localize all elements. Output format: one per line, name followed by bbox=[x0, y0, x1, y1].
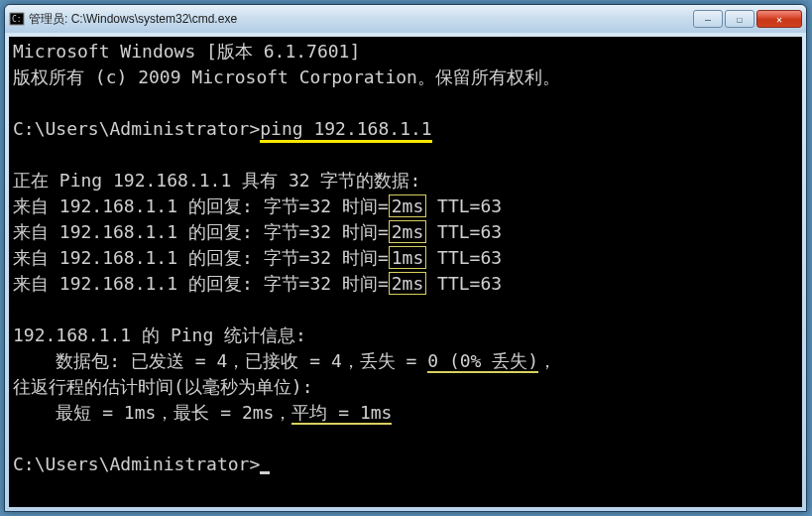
packets-line-prefix: 数据包: 已发送 = 4，已接收 = 4，丢失 = bbox=[13, 350, 427, 371]
minimize-button[interactable]: — bbox=[693, 10, 723, 28]
ping-reply: 来自 192.168.1.1 的回复: 字节=32 时间= bbox=[13, 221, 389, 242]
ping-ttl: TTL=63 bbox=[426, 195, 502, 216]
ping-header: 正在 Ping 192.168.1.1 具有 32 字节的数据: bbox=[13, 170, 420, 191]
os-version-line: Microsoft Windows [版本 6.1.7601] bbox=[13, 41, 360, 62]
copyright-line: 版权所有 (c) 2009 Microsoft Corporation。保留所有… bbox=[13, 66, 560, 87]
ping-time: 2ms bbox=[389, 220, 427, 243]
titlebar[interactable]: C: 管理员: C:\Windows\system32\cmd.exe — ☐ … bbox=[5, 5, 806, 33]
prompt-path: C:\Users\Administrator> bbox=[13, 453, 260, 474]
rtt-average: 平均 = 1ms bbox=[291, 402, 392, 425]
svg-text:C:: C: bbox=[12, 15, 22, 24]
cursor bbox=[260, 471, 270, 474]
ping-command: ping 192.168.1.1 bbox=[260, 118, 431, 143]
prompt-path: C:\Users\Administrator> bbox=[13, 118, 260, 139]
packets-line-tail: ， bbox=[538, 350, 556, 371]
cmd-window: C: 管理员: C:\Windows\system32\cmd.exe — ☐ … bbox=[4, 4, 807, 512]
close-button[interactable]: ✕ bbox=[756, 10, 802, 28]
ping-ttl: TTL=63 bbox=[426, 221, 502, 242]
rtt-line-prefix: 最短 = 1ms，最长 = 2ms， bbox=[13, 402, 291, 423]
ping-reply: 来自 192.168.1.1 的回复: 字节=32 时间= bbox=[13, 247, 389, 268]
window-controls: — ☐ ✕ bbox=[691, 10, 802, 28]
cmd-icon: C: bbox=[9, 11, 25, 27]
ping-reply: 来自 192.168.1.1 的回复: 字节=32 时间= bbox=[13, 273, 389, 294]
packet-loss: 0 (0% 丢失) bbox=[427, 350, 538, 373]
maximize-button[interactable]: ☐ bbox=[725, 10, 754, 28]
window-title: 管理员: C:\Windows\system32\cmd.exe bbox=[29, 11, 691, 28]
rtt-header: 往返行程的估计时间(以毫秒为单位): bbox=[13, 376, 313, 397]
ping-time: 1ms bbox=[389, 246, 427, 269]
ping-time: 2ms bbox=[389, 272, 427, 295]
ping-ttl: TTL=63 bbox=[426, 273, 502, 294]
stats-header: 192.168.1.1 的 Ping 统计信息: bbox=[13, 324, 306, 345]
ping-ttl: TTL=63 bbox=[426, 247, 502, 268]
ping-time: 2ms bbox=[389, 194, 427, 217]
ping-reply: 来自 192.168.1.1 的回复: 字节=32 时间= bbox=[13, 195, 389, 216]
terminal-output[interactable]: Microsoft Windows [版本 6.1.7601] 版权所有 (c)… bbox=[9, 37, 802, 507]
